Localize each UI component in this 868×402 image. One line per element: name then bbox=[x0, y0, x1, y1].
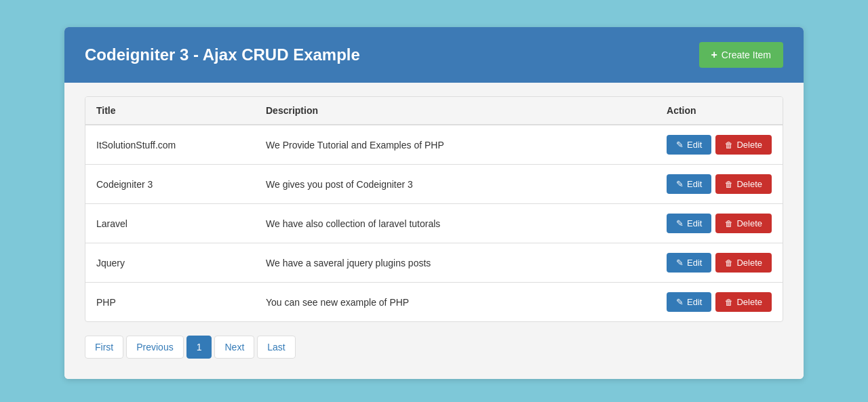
pencil-icon bbox=[676, 258, 684, 268]
cell-description: You can see new example of PHP bbox=[255, 283, 656, 322]
cell-action: EditDelete bbox=[656, 165, 783, 204]
create-item-button[interactable]: Create Item bbox=[699, 42, 783, 68]
pagination-previous-button[interactable]: Previous bbox=[126, 336, 183, 359]
pagination-last-button[interactable]: Last bbox=[257, 336, 295, 359]
pencil-icon bbox=[676, 140, 684, 150]
table-wrapper: Title Description Action ItSolutionStuff… bbox=[85, 96, 783, 322]
content-area: Title Description Action ItSolutionStuff… bbox=[64, 83, 804, 379]
pagination-next-button[interactable]: Next bbox=[214, 336, 254, 359]
cell-action: EditDelete bbox=[656, 283, 783, 322]
col-header-description: Description bbox=[255, 97, 656, 125]
cell-description: We Provide Tutorial and Examples of PHP bbox=[255, 125, 656, 165]
table-row: PHPYou can see new example of PHPEditDel… bbox=[85, 283, 783, 322]
cell-action: EditDelete bbox=[656, 125, 783, 165]
pencil-icon bbox=[676, 179, 684, 189]
cell-title: ItSolutionStuff.com bbox=[85, 125, 255, 165]
table-row: LaravelWe have also collection of larave… bbox=[85, 204, 783, 243]
action-buttons: EditDelete bbox=[667, 214, 772, 233]
col-header-action: Action bbox=[656, 97, 783, 125]
main-container: Codeigniter 3 - Ajax CRUD Example Create… bbox=[64, 27, 804, 379]
items-table: Title Description Action ItSolutionStuff… bbox=[85, 97, 783, 321]
page-title: Codeigniter 3 - Ajax CRUD Example bbox=[85, 45, 360, 64]
action-buttons: EditDelete bbox=[667, 174, 772, 194]
delete-button-row-1[interactable]: Delete bbox=[715, 174, 772, 194]
delete-button-row-4[interactable]: Delete bbox=[715, 292, 772, 312]
table-row: ItSolutionStuff.comWe Provide Tutorial a… bbox=[85, 125, 783, 165]
edit-button-row-1[interactable]: Edit bbox=[667, 174, 711, 194]
cell-title: Laravel bbox=[85, 204, 255, 243]
cell-description: We have a saveral jquery plugins posts bbox=[255, 243, 656, 283]
col-header-title: Title bbox=[85, 97, 255, 125]
cell-title: Jquery bbox=[85, 243, 255, 283]
delete-button-row-2[interactable]: Delete bbox=[715, 214, 772, 233]
table-header-row: Title Description Action bbox=[85, 97, 783, 125]
trash-icon bbox=[725, 297, 733, 307]
pagination: First Previous 1 Next Last bbox=[85, 336, 783, 359]
cell-action: EditDelete bbox=[656, 243, 783, 283]
edit-button-row-0[interactable]: Edit bbox=[667, 135, 711, 155]
cell-action: EditDelete bbox=[656, 204, 783, 243]
header: Codeigniter 3 - Ajax CRUD Example Create… bbox=[64, 27, 804, 83]
delete-button-row-3[interactable]: Delete bbox=[715, 253, 772, 273]
cell-description: We have also collection of laravel tutor… bbox=[255, 204, 656, 243]
edit-button-row-4[interactable]: Edit bbox=[667, 292, 711, 312]
action-buttons: EditDelete bbox=[667, 292, 772, 312]
table-row: Codeigniter 3We gives you post of Codeig… bbox=[85, 165, 783, 204]
cell-title: PHP bbox=[85, 283, 255, 322]
cell-description: We gives you post of Codeigniter 3 bbox=[255, 165, 656, 204]
trash-icon bbox=[725, 258, 733, 268]
pagination-page-1-button[interactable]: 1 bbox=[186, 336, 212, 359]
table-row: JqueryWe have a saveral jquery plugins p… bbox=[85, 243, 783, 283]
cell-title: Codeigniter 3 bbox=[85, 165, 255, 204]
trash-icon bbox=[725, 140, 733, 150]
trash-icon bbox=[725, 179, 733, 189]
delete-button-row-0[interactable]: Delete bbox=[715, 135, 772, 155]
pencil-icon bbox=[676, 297, 684, 307]
action-buttons: EditDelete bbox=[667, 135, 772, 155]
pagination-first-button[interactable]: First bbox=[85, 336, 123, 359]
plus-icon bbox=[711, 49, 717, 61]
trash-icon bbox=[725, 218, 733, 228]
action-buttons: EditDelete bbox=[667, 253, 772, 273]
edit-button-row-3[interactable]: Edit bbox=[667, 253, 711, 273]
pencil-icon bbox=[676, 218, 684, 228]
edit-button-row-2[interactable]: Edit bbox=[667, 214, 711, 233]
